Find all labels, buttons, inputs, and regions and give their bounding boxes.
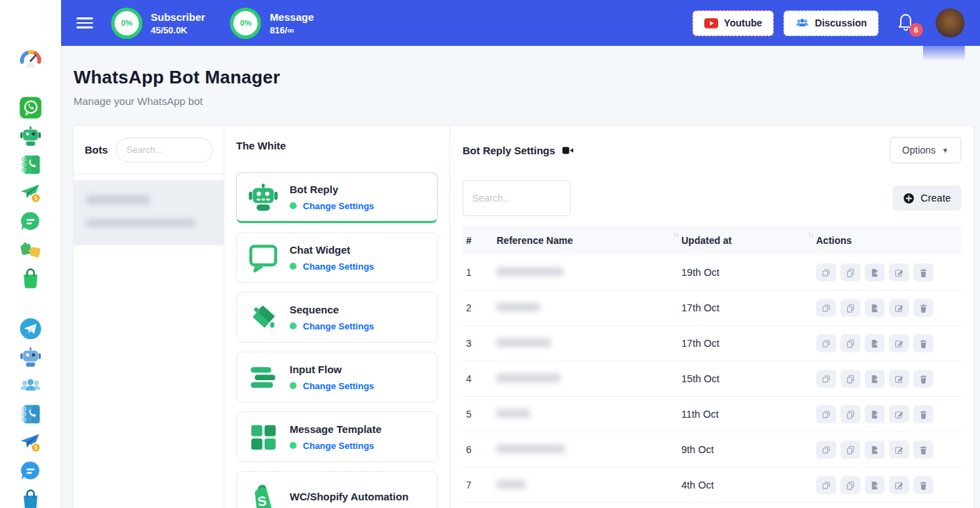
- sidebar-item-telegram[interactable]: [18, 316, 43, 341]
- sidebar-item-broadcast-telegram[interactable]: 1: [18, 430, 43, 455]
- export-action-button[interactable]: [865, 441, 885, 459]
- duplicate-action-button[interactable]: [816, 299, 836, 317]
- copy-icon: [845, 480, 856, 491]
- create-button[interactable]: Create: [892, 186, 961, 211]
- delete-action-button[interactable]: [913, 334, 933, 352]
- change-settings-link[interactable]: Change Settings: [303, 381, 374, 391]
- change-settings-link[interactable]: Change Settings: [303, 201, 374, 211]
- edit-icon: [894, 480, 904, 491]
- bot-list-item-selected[interactable]: [74, 180, 224, 245]
- duplicate-action-button[interactable]: [816, 405, 836, 423]
- menu-card-chat-widget[interactable]: Chat Widget Change Settings: [236, 232, 438, 283]
- app-sidebar: 1: [0, 0, 61, 508]
- video-camera-icon[interactable]: [562, 146, 574, 155]
- copy-action-button[interactable]: [840, 405, 861, 423]
- sidebar-item-store-telegram[interactable]: [18, 487, 43, 508]
- user-avatar[interactable]: [936, 8, 965, 38]
- menu-card-bot-reply[interactable]: Bot Reply Change Settings: [236, 172, 438, 223]
- menu-toggle-icon[interactable]: [76, 17, 93, 28]
- export-icon: [870, 268, 880, 278]
- delete-action-button[interactable]: [913, 370, 933, 388]
- sidebar-item-store-whatsapp[interactable]: [18, 266, 43, 291]
- menu-card-wc-shopify[interactable]: S WC/Shopify Automation: [236, 471, 438, 508]
- edit-action-button[interactable]: [889, 334, 909, 352]
- edit-action-button[interactable]: [889, 405, 909, 423]
- sidebar-item-dashboard[interactable]: [18, 47, 43, 72]
- chat-widget-icon: [247, 242, 279, 274]
- edit-action-button[interactable]: [889, 299, 909, 317]
- table-search-input[interactable]: [463, 180, 571, 216]
- message-stat: 0% Message 816/∞: [230, 8, 313, 39]
- duplicate-icon: [821, 445, 831, 455]
- broadcast-blue-icon: 1: [19, 431, 42, 454]
- sidebar-item-integrations-whatsapp[interactable]: [18, 238, 43, 263]
- table-row: 6 9th Oct: [463, 432, 961, 468]
- shopify-icon: S: [247, 481, 279, 508]
- sidebar-item-bot-whatsapp[interactable]: [18, 124, 43, 149]
- svg-text:1: 1: [34, 444, 38, 451]
- sidebar-item-broadcast-whatsapp[interactable]: 1: [18, 181, 43, 206]
- export-icon: [870, 338, 880, 349]
- copy-action-button[interactable]: [840, 476, 861, 494]
- bot-phone-redacted: [86, 219, 196, 227]
- duplicate-action-button[interactable]: [816, 263, 836, 281]
- delete-action-button[interactable]: [913, 476, 933, 494]
- copy-action-button[interactable]: [840, 441, 861, 459]
- sidebar-item-group-telegram[interactable]: [18, 373, 43, 398]
- export-icon: [870, 303, 880, 313]
- export-icon: [870, 480, 880, 491]
- notifications-button[interactable]: 6: [897, 12, 915, 34]
- contacts-green-icon: [19, 153, 42, 177]
- options-button[interactable]: Options ▼: [890, 137, 961, 163]
- youtube-button[interactable]: Youtube: [692, 10, 774, 36]
- export-action-button[interactable]: [865, 476, 885, 494]
- delete-action-button[interactable]: [913, 263, 933, 281]
- sidebar-item-chat-telegram[interactable]: [18, 459, 43, 484]
- edit-action-button[interactable]: [889, 476, 909, 494]
- edit-icon: [894, 409, 904, 420]
- edit-action-button[interactable]: [889, 441, 909, 459]
- copy-action-button[interactable]: [840, 334, 861, 352]
- export-action-button[interactable]: [865, 263, 885, 281]
- reference-name-redacted: [497, 268, 563, 276]
- copy-action-button[interactable]: [840, 299, 861, 317]
- duplicate-action-button[interactable]: [816, 476, 836, 494]
- edit-action-button[interactable]: [889, 370, 909, 388]
- subscriber-label: Subscriber: [151, 11, 205, 23]
- copy-action-button[interactable]: [840, 263, 861, 281]
- robot-blue-icon: [19, 345, 42, 369]
- export-action-button[interactable]: [865, 405, 885, 423]
- sort-updated-at-icon[interactable]: ↑↓: [808, 231, 813, 238]
- sidebar-item-bot-telegram[interactable]: [18, 345, 43, 370]
- edit-action-button[interactable]: [889, 263, 909, 281]
- menu-card-sequence[interactable]: Sequence Change Settings: [236, 292, 438, 343]
- export-action-button[interactable]: [865, 299, 885, 317]
- table-row: 4 15th Oct: [463, 361, 961, 397]
- sidebar-item-contacts-whatsapp[interactable]: [18, 152, 43, 177]
- export-action-button[interactable]: [865, 370, 885, 388]
- table-row: 5 11th Oct: [463, 397, 961, 432]
- menu-card-input-flow[interactable]: Input Flow Change Settings: [236, 352, 438, 402]
- discussion-button[interactable]: Discussion: [783, 10, 879, 36]
- export-icon: [870, 445, 880, 455]
- export-action-button[interactable]: [865, 334, 885, 352]
- discussion-people-icon: [795, 17, 809, 28]
- duplicate-action-button[interactable]: [816, 441, 836, 459]
- change-settings-link[interactable]: Change Settings: [303, 441, 374, 451]
- duplicate-action-button[interactable]: [816, 334, 836, 352]
- duplicate-action-button[interactable]: [816, 370, 836, 388]
- delete-action-button[interactable]: [913, 441, 933, 459]
- menu-card-message-template[interactable]: Message Template Change Settings: [236, 411, 438, 462]
- change-settings-link[interactable]: Change Settings: [303, 321, 374, 331]
- telegram-icon: [19, 317, 42, 341]
- copy-action-button[interactable]: [840, 370, 861, 388]
- sidebar-item-chat-whatsapp[interactable]: [18, 209, 43, 234]
- delete-action-button[interactable]: [913, 405, 933, 423]
- store-blue-icon: [19, 488, 42, 508]
- delete-action-button[interactable]: [913, 299, 933, 317]
- sidebar-item-whatsapp[interactable]: [18, 95, 43, 120]
- change-settings-link[interactable]: Change Settings: [303, 261, 374, 272]
- sidebar-item-contacts-telegram[interactable]: [18, 402, 43, 427]
- sort-reference-name-icon[interactable]: ↑↓: [673, 231, 679, 238]
- bots-search-input[interactable]: [116, 138, 213, 163]
